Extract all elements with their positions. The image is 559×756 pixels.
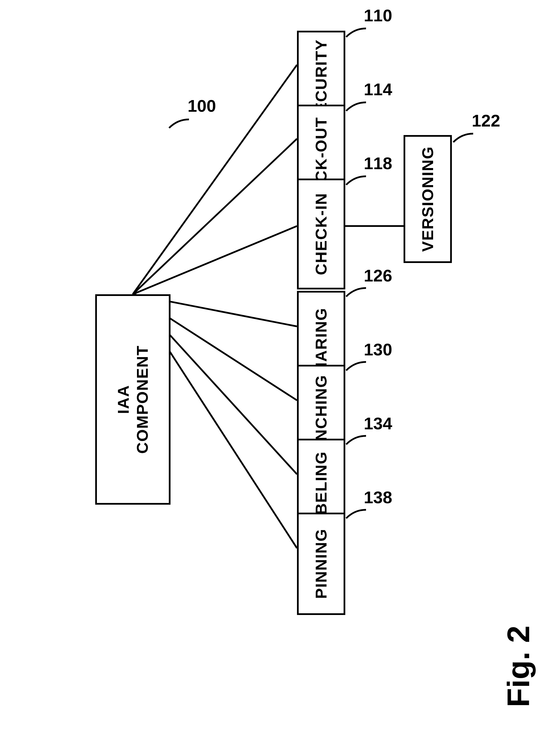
check-in-box: CHECK-IN (297, 178, 345, 289)
iaa-component-label: IAA COMPONENT (114, 345, 152, 454)
versioning-label: VERSIONING (418, 146, 437, 252)
svg-line-2 (133, 226, 297, 294)
ref-130: 130 (364, 340, 392, 359)
pinning-label: PINNING (311, 528, 331, 599)
ref-110: 110 (364, 6, 392, 25)
iaa-component-box: IAA COMPONENT (95, 294, 171, 505)
pinning-box: PINNING (297, 513, 345, 615)
ref-134: 134 (364, 414, 392, 433)
ref-118: 118 (364, 153, 392, 173)
ref-122: 122 (472, 111, 500, 130)
svg-line-1 (133, 139, 297, 294)
check-in-label: CHECK-IN (311, 193, 331, 275)
ref-100: 100 (187, 96, 216, 116)
versioning-box: VERSIONING (404, 135, 452, 263)
ref-114: 114 (364, 80, 392, 99)
figure-label: Fig. 2 (500, 626, 536, 707)
ref-138: 138 (364, 488, 392, 507)
ref-126: 126 (364, 266, 392, 285)
